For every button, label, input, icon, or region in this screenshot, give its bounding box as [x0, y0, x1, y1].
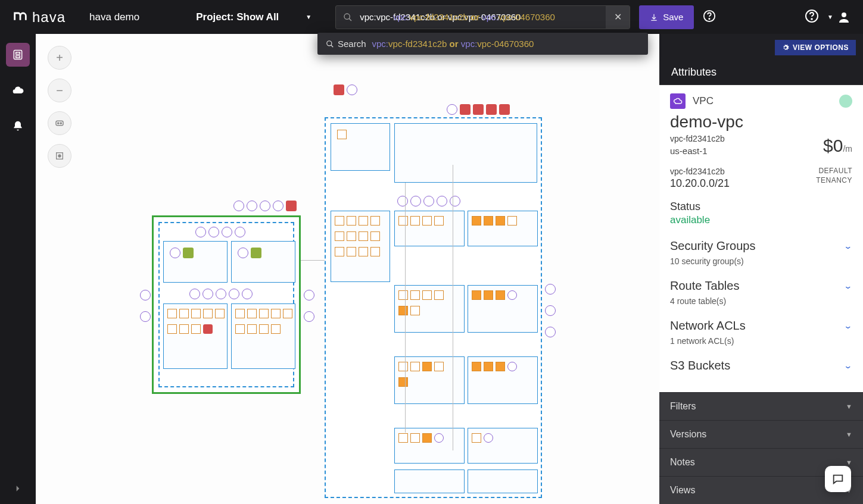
gear-icon	[782, 44, 789, 51]
search-dropdown-label: Search	[326, 39, 366, 49]
chevron-down-icon: ▼	[306, 14, 311, 20]
external-resource-icons	[545, 284, 556, 337]
topbar-right: ▼	[805, 9, 851, 26]
svg-rect-10	[16, 52, 20, 54]
vpc-a-row-icons	[195, 227, 245, 237]
save-button-label: Save	[663, 12, 683, 22]
rail-expand-toggle[interactable]	[14, 484, 22, 495]
user-icon	[837, 10, 851, 24]
diagram-header-icons	[334, 84, 357, 95]
zoom-out-button[interactable]: −	[48, 79, 71, 102]
diagram-canvas[interactable]: + −	[36, 34, 659, 504]
fit-button[interactable]	[48, 111, 71, 135]
accordion-versions[interactable]: Versions▼	[659, 420, 863, 448]
external-resource-icons-mid	[304, 290, 314, 322]
resource-cidr: 10.20.0.0/21	[670, 177, 730, 190]
status-label: Status	[670, 201, 852, 213]
search-input[interactable]	[360, 6, 606, 29]
chevron-down-icon: ⌄	[843, 361, 852, 370]
svg-point-7	[327, 40, 332, 45]
resource-id: vpc-fd2341c2b	[670, 134, 725, 143]
resource-price: $0/m	[823, 136, 852, 156]
search-box: ✕	[335, 5, 630, 29]
attributes-header: Attributes	[659, 55, 863, 85]
diagram-icon	[12, 49, 24, 61]
user-menu[interactable]: ▼	[827, 10, 851, 24]
status-value: available	[670, 214, 852, 226]
fit-icon	[54, 118, 65, 129]
logo-icon	[12, 9, 29, 26]
section-route-tables[interactable]: Route Tables ⌄ 4 route table(s)	[670, 279, 852, 306]
svg-point-14	[60, 123, 61, 124]
rail-diagrams[interactable]	[6, 43, 30, 67]
section-s3-buckets[interactable]: S3 Buckets ⌄	[670, 359, 852, 372]
view-options-button[interactable]: VIEW OPTIONS	[775, 40, 856, 55]
search-suggestion-dropdown[interactable]: Search vpc:vpc-fd2341c2b or vpc:vpc-0467…	[317, 33, 648, 55]
external-resource-icons-left	[140, 290, 151, 322]
search-icon[interactable]	[336, 6, 360, 29]
chevron-down-icon: ▼	[827, 14, 833, 20]
chevron-down-icon: ▼	[846, 459, 852, 466]
right-panel: VIEW OPTIONS Attributes VPC demo-vpc vpc…	[659, 34, 863, 504]
vpc-a-header-icons	[233, 201, 297, 211]
svg-point-16	[58, 155, 61, 157]
chat-icon	[831, 472, 845, 486]
svg-rect-11	[16, 56, 20, 58]
cloud-icon	[12, 84, 24, 96]
chevron-down-icon: ⌄	[843, 281, 852, 290]
chat-launcher[interactable]	[825, 466, 851, 492]
search-suggestion-text: vpc:vpc-fd2341c2b or vpc:vpc-04670360	[372, 39, 534, 49]
diagram-vpc-a[interactable]	[152, 215, 301, 394]
canvas-controls: + −	[48, 46, 71, 168]
logo-text: hava	[32, 9, 66, 26]
download-icon	[650, 13, 658, 21]
attributes-body: VPC demo-vpc vpc-fd2341c2b us-east-1 $0/…	[659, 85, 863, 392]
resource-type-label: VPC	[693, 95, 714, 107]
project-name[interactable]: hava demo	[89, 11, 139, 23]
project-dropdown[interactable]: Project: Show All ▼	[196, 11, 311, 23]
svg-point-6	[842, 12, 846, 17]
section-network-acls[interactable]: Network ACLs ⌄ 1 network ACL(s)	[670, 319, 852, 346]
accordion-filters[interactable]: Filters▼	[659, 392, 863, 420]
vpc-icon	[670, 93, 686, 109]
svg-point-5	[811, 18, 812, 20]
resource-name: demo-vpc	[670, 112, 852, 132]
chevron-down-icon: ▼	[846, 431, 852, 438]
svg-point-3	[709, 18, 710, 18]
resource-header: VPC	[670, 93, 852, 109]
view-options-label: VIEW OPTIONS	[793, 43, 849, 52]
svg-point-0	[344, 14, 350, 19]
svg-line-1	[349, 18, 351, 21]
project-dropdown-label: Project: Show All	[196, 11, 279, 23]
rail-sources[interactable]	[6, 79, 30, 102]
diagram-header-icons-2	[447, 104, 510, 115]
svg-line-8	[331, 45, 334, 47]
topbar: hava hava demo Project: Show All ▼ ✕ vpc…	[0, 0, 863, 34]
resource-region: us-east-1	[670, 146, 725, 156]
target-icon	[55, 151, 64, 161]
svg-point-13	[58, 123, 59, 124]
chevron-right-icon	[14, 484, 22, 493]
save-button[interactable]: Save	[639, 5, 694, 29]
rail-alerts[interactable]	[6, 114, 30, 138]
section-security-groups[interactable]: Security Groups ⌄ 10 security group(s)	[670, 239, 852, 266]
vpc-a-inner	[158, 222, 294, 387]
chevron-down-icon: ⌄	[843, 321, 852, 330]
left-rail	[0, 34, 36, 504]
search-icon	[326, 40, 334, 48]
logo[interactable]: hava	[12, 9, 66, 26]
center-button[interactable]	[48, 144, 71, 168]
vpc-a-mid-icons	[189, 289, 253, 299]
help-icon[interactable]	[703, 10, 716, 25]
zoom-in-button[interactable]: +	[48, 46, 71, 70]
help-icon-2[interactable]	[805, 9, 819, 26]
chevron-down-icon: ▼	[846, 403, 852, 410]
search-clear-button[interactable]: ✕	[606, 6, 630, 29]
status-indicator	[839, 95, 852, 108]
svg-rect-12	[56, 121, 63, 126]
vpc-b-row-icons	[397, 196, 460, 206]
chevron-down-icon: ⌄	[843, 242, 852, 251]
diagram-vpc-b[interactable]	[325, 117, 542, 498]
tenancy-label: DEFAULT TENANCY	[816, 167, 852, 190]
bell-icon	[12, 120, 24, 132]
